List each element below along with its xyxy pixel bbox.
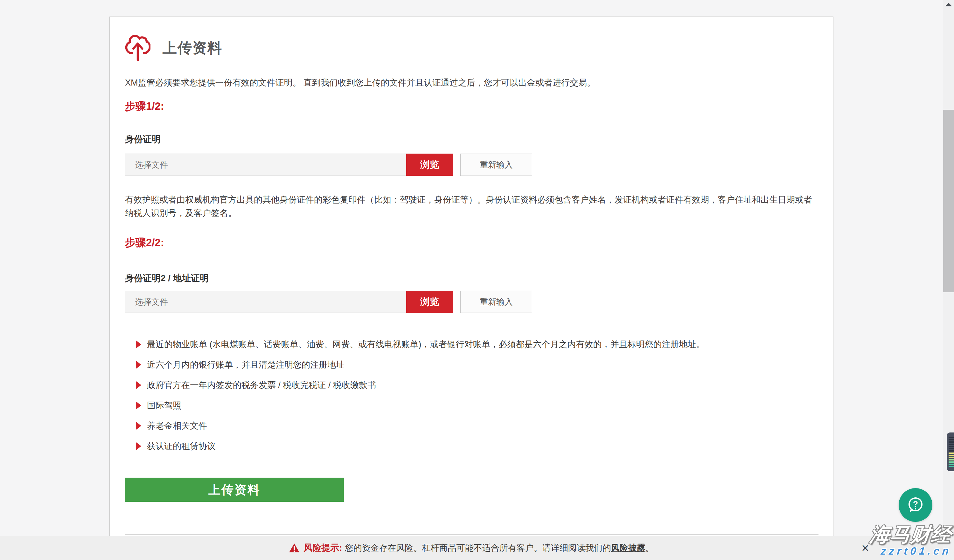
list-item-text: 国际驾照 <box>147 401 181 410</box>
identity-proof-browse-button[interactable]: 浏览 <box>406 154 453 176</box>
list-item: 获认证的租赁协议 <box>136 442 818 451</box>
section-divider <box>125 534 818 535</box>
risk-text: 您的资金存在风险。杠杆商品可能不适合所有客户。请详细阅读我们的风险披露。 <box>345 542 654 554</box>
bullet-triangle-icon <box>136 361 141 369</box>
list-item-text: 获认证的租赁协议 <box>147 442 216 451</box>
vertical-scrollbar[interactable] <box>943 0 954 560</box>
address-proof-label: 身份证明2 / 地址证明 <box>125 272 818 284</box>
help-chat-icon: ? <box>906 495 925 515</box>
list-item-text: 最近的物业账单 (水电煤账单、话费账单、油费、网费、或有线电视账单)，或者银行对… <box>147 340 705 349</box>
upload-documents-button[interactable]: 上传资料 <box>125 478 344 502</box>
identity-proof-file-input[interactable] <box>125 154 406 176</box>
card-header: 上传资料 <box>125 34 818 62</box>
bullet-triangle-icon <box>136 422 141 430</box>
scroll-up-arrow-icon[interactable] <box>945 3 952 6</box>
bullet-triangle-icon <box>136 401 141 409</box>
list-item-text: 近六个月内的银行账单，并且清楚注明您的注册地址 <box>147 360 344 370</box>
warning-triangle-icon <box>289 543 300 553</box>
svg-text:?: ? <box>913 499 918 509</box>
identity-proof-description: 有效护照或者由权威机构官方出具的其他身份证件的彩色复印件（比如：驾驶证，身份证等… <box>125 193 818 220</box>
scrollbar-thumb[interactable] <box>943 110 954 292</box>
identity-proof-reset-button[interactable]: 重新输入 <box>460 154 532 176</box>
risk-disclosure-link[interactable]: 风险披露 <box>611 543 645 553</box>
list-item: 近六个月内的银行账单，并且清楚注明您的注册地址 <box>136 360 818 370</box>
identity-proof-file-row: 浏览 重新输入 <box>125 154 818 176</box>
address-proof-reset-button[interactable]: 重新输入 <box>460 291 532 313</box>
upload-documents-card: 上传资料 XM监管必须要求您提供一份有效的文件证明。 直到我们收到您上传的文件并… <box>109 17 834 538</box>
page-title: 上传资料 <box>162 39 222 58</box>
step-1-heading: 步骤1/2: <box>125 99 818 114</box>
intro-text: XM监管必须要求您提供一份有效的文件证明。 直到我们收到您上传的文件并且认证通过… <box>125 76 818 89</box>
risk-label: 风险提示: <box>304 542 342 554</box>
bullet-triangle-icon <box>136 442 141 450</box>
volume-equalizer-overlay <box>947 432 954 471</box>
cloud-upload-icon <box>125 33 150 63</box>
address-proof-browse-button[interactable]: 浏览 <box>406 291 453 313</box>
identity-proof-label: 身份证明 <box>125 133 818 145</box>
risk-warning-bar: 风险提示: 您的资金存在风险。杠杆商品可能不适合所有客户。请详细阅读我们的风险披… <box>0 536 943 560</box>
step-2-heading: 步骤2/2: <box>125 236 818 250</box>
close-risk-bar-button[interactable]: × <box>857 538 873 557</box>
list-item: 养老金相关文件 <box>136 421 818 431</box>
address-proof-file-input[interactable] <box>125 291 406 313</box>
accepted-documents-list: 最近的物业账单 (水电煤账单、话费账单、油费、网费、或有线电视账单)，或者银行对… <box>136 340 818 451</box>
bullet-triangle-icon <box>136 381 141 389</box>
address-proof-file-row: 浏览 重新输入 <box>125 291 818 313</box>
bullet-triangle-icon <box>136 340 141 348</box>
list-item: 最近的物业账单 (水电煤账单、话费账单、油费、网费、或有线电视账单)，或者银行对… <box>136 340 818 349</box>
list-item-text: 养老金相关文件 <box>147 421 207 431</box>
help-chat-button[interactable]: ? <box>899 488 932 522</box>
list-item: 政府官方在一年内签发的税务发票 / 税收完税证 / 税收缴款书 <box>136 380 818 390</box>
list-item: 国际驾照 <box>136 401 818 410</box>
list-item-text: 政府官方在一年内签发的税务发票 / 税收完税证 / 税收缴款书 <box>147 380 376 390</box>
